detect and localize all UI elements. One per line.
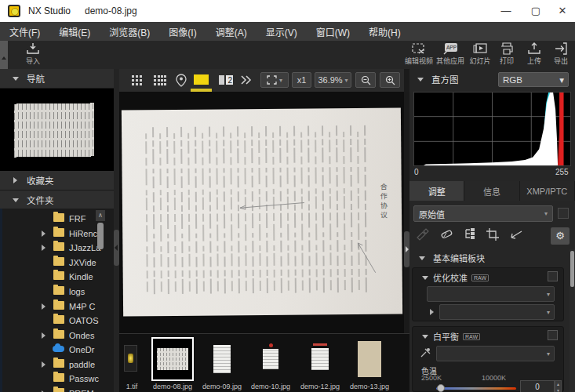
expand-arrow-icon[interactable] [42,361,45,368]
menu-view[interactable]: 显示(V) [266,25,297,38]
folder-item[interactable]: Kindle [0,269,110,284]
image-viewer[interactable]: 合作协议 [119,92,404,333]
histogram-channel-select[interactable]: RGB▾ [498,72,569,87]
filmstrip: 1.tif demo-08.jpg demo-09.jpg demo-10.jp… [119,333,409,392]
filmstrip-label: demo-10.jpg [247,383,294,390]
tab-adjustments[interactable]: 调整 [409,181,464,201]
filmstrip-thumbnail[interactable] [358,341,381,377]
settings-gear-button[interactable]: ⚙ [551,227,570,245]
close-button[interactable]: ✕ [549,0,575,22]
menu-window[interactable]: 窗口(W) [316,25,350,38]
list-view-icon[interactable] [154,75,156,78]
copy-adjustments-icon[interactable] [416,228,430,241]
zoom-ratio-button[interactable]: x1 [292,72,311,88]
zoom-out-button[interactable] [355,72,376,88]
menu-file[interactable]: 文件(F) [9,25,40,38]
expand-arrow-icon[interactable] [42,230,45,237]
white-balance-checkbox[interactable] [548,330,558,340]
retouch-brush-icon[interactable] [439,228,453,241]
more-views-chevrons-icon[interactable] [240,75,253,85]
menu-help[interactable]: 帮助(H) [369,25,401,38]
straighten-icon[interactable] [510,228,524,241]
export-button[interactable]: 导出 [544,42,575,68]
filmstrip-thumbnail[interactable] [210,341,234,377]
menu-image[interactable]: 图像(I) [169,25,196,38]
folder-item-onedrive[interactable]: OneDr [0,342,110,357]
compare-view-icon[interactable]: 2 [218,74,234,85]
filmstrip-thumbnail[interactable] [308,341,332,377]
panel-scrollbar-thumb[interactable] [570,251,574,287]
fit-to-screen-select[interactable]: ▾ [260,72,289,88]
expand-arrow-icon[interactable] [42,245,45,251]
white-balance-select[interactable]: ▾ [436,346,555,361]
sub-expand-icon[interactable] [430,309,434,315]
toolbar-collapse-strip[interactable] [0,41,8,69]
histogram-header[interactable]: 直方图 RGB▾ [409,69,575,89]
picture-control-sub-select[interactable]: ▾ [439,304,555,320]
filmstrip-thumbnail[interactable] [259,341,282,377]
minimize-button[interactable]: — [493,0,519,22]
import-button[interactable]: 导入 [16,42,50,68]
folder-item[interactable]: Ondes [0,328,110,343]
folder-item[interactable]: logs [0,284,110,299]
folder-scrollbar-thumb[interactable] [97,223,104,249]
folder-item[interactable]: JXVide [0,255,110,270]
folder-item[interactable]: OATOS [0,313,110,328]
tab-info[interactable]: 信息 [464,181,519,201]
folder-item[interactable]: HiRenc [0,226,110,241]
zoom-level-select[interactable]: 36.9%▾ [315,72,351,88]
edit-video-button[interactable]: 编辑视频 [402,42,436,68]
folder-scrollbar-up[interactable]: ∧ [96,210,105,221]
navigation-preview[interactable] [0,89,114,171]
zoom-in-button[interactable] [380,72,400,88]
filmstrip-thumbnail[interactable] [124,345,137,372]
color-temp-slider-knob[interactable] [437,384,445,392]
left-panel-splitter[interactable] [114,69,119,392]
gray-point-eyedropper-icon[interactable] [420,347,431,358]
folder-item[interactable]: PREM [0,386,110,392]
folder-item[interactable]: JJazzLa [0,240,110,255]
picture-control-checkbox[interactable] [548,271,558,281]
right-collapse-handle[interactable] [404,231,409,267]
version-tree-icon[interactable] [463,228,477,241]
adjustment-preset-select[interactable]: 原始值▾ [413,205,553,222]
filmstrip-thumbnail-selected[interactable] [151,337,194,381]
menu-adjust[interactable]: 调整(A) [216,25,247,38]
zoom-in-icon [385,75,395,85]
menu-browser[interactable]: 浏览器(B) [109,25,150,38]
menu-edit[interactable]: 编辑(E) [59,25,90,38]
raw-badge: RAW [463,333,480,340]
folder-item[interactable]: M4P C [0,299,110,314]
folders-section-header[interactable]: 文件夹 [0,191,114,210]
expand-arrow-icon[interactable] [42,303,45,310]
map-view-icon[interactable] [176,74,187,87]
preset-apply-checkbox[interactable] [558,208,569,219]
svg-text:APP: APP [446,45,457,50]
folder-item[interactable]: paddle [0,357,110,372]
thumbnail-grid-icon[interactable] [132,75,134,78]
crop-icon[interactable] [486,228,500,241]
panel-scrollbar[interactable] [570,249,575,392]
picture-control-select[interactable]: ▾ [427,286,555,302]
left-collapse-handle[interactable] [114,230,119,266]
collapse-triangle-icon [419,256,425,260]
expand-arrow-icon[interactable] [42,332,45,339]
right-panel-splitter[interactable] [404,92,409,333]
folder-icon [53,257,64,266]
color-temp-value[interactable]: 0 [520,380,555,392]
document-photo: 合作协议 [122,107,402,316]
sidebar-edge [0,209,2,392]
white-balance-header[interactable]: 白平衡 RAW [413,330,563,343]
color-temp-slider[interactable] [436,387,516,390]
folder-item[interactable]: Passwc [0,371,110,386]
folder-item[interactable]: FRF [0,211,110,226]
navigation-section-header[interactable]: 导航 [0,69,114,89]
picture-control-header[interactable]: 优化校准 RAW [413,271,563,284]
tab-xmp-iptc[interactable]: XMP/IPTC [520,181,575,201]
maximize-button[interactable]: ▢ [522,0,549,22]
white-balance-group: 白平衡 RAW ▾ 色温 2500K 10000K 0 ▲▼ [412,326,564,392]
color-temp-spinner[interactable]: ▲▼ [555,380,562,392]
basic-edit-section-header[interactable]: 基本编辑板块 [409,249,575,267]
favorites-section-header[interactable]: 收藏夹 [0,171,114,191]
image-view-icon-active[interactable] [194,74,209,85]
